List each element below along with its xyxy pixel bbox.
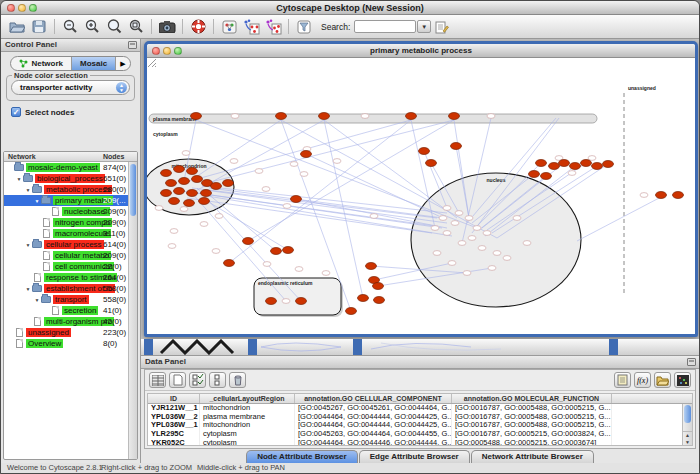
graph-node-small[interactable] [523,241,531,246]
zoom-out-icon[interactable] [59,17,81,37]
tree-row-response-to-stimulu[interactable]: response to stimulu264(0) [4,272,137,283]
new-attribute-icon[interactable] [169,372,186,388]
graph-node-small[interactable] [180,207,188,212]
graph-node-selected[interactable] [184,200,195,207]
tab-edge-attribute-browser[interactable]: Edge Attribute Browser [359,450,470,463]
graph-node-selected[interactable] [570,163,581,170]
graph-node-small[interactable] [468,236,476,241]
graph-node-selected[interactable] [266,298,277,305]
more-tabs-arrow-icon[interactable]: ▶ [116,57,129,70]
tree-row-transport[interactable]: ▼transport558(0) [4,294,137,305]
tab-network-attribute-browser[interactable]: Network Attribute Browser [471,450,594,463]
graph-node-small[interactable] [370,214,378,219]
graph-node-selected[interactable] [451,143,462,150]
table-row[interactable]: YJR121W__1mitochondrion[GO:0045267, GO:0… [148,404,692,413]
graph-node-selected[interactable] [603,161,614,168]
graph-node-selected[interactable] [529,171,540,178]
graph-node-small[interactable] [465,216,473,221]
graph-node-small[interactable] [333,159,341,164]
graph-node-selected[interactable] [169,198,180,205]
expand-arrow-icon[interactable]: ▼ [24,242,32,248]
graph-node-selected[interactable] [161,190,172,197]
node-color-dropdown[interactable]: transporter activity ▲▼ [11,80,130,95]
vizmapper-icon[interactable] [218,17,240,37]
search-input[interactable] [354,20,416,33]
tree-row-cellular-process[interactable]: ▼cellular process614(0) [4,239,137,250]
tree-row-cell-communicat[interactable]: cell communicat22(0) [4,261,137,272]
zoom-fit-icon[interactable] [125,17,147,37]
tree-row-primary-metabo[interactable]: ▼primary metabo209(... [4,195,137,206]
graph-node-selected[interactable] [374,297,385,304]
edit-attribute-icon[interactable] [614,372,631,388]
graph-node-small[interactable] [282,299,290,304]
graph-node-small[interactable] [431,226,439,231]
snapshot-icon[interactable] [156,17,178,37]
zoom-in-icon[interactable] [81,17,103,37]
tab-mosaic[interactable]: Mosaic [72,57,116,70]
graph-node-selected[interactable] [366,263,377,270]
graph-node-small[interactable] [283,204,291,209]
tree-row-biological-process[interactable]: ▼biological_process651(0) [4,173,137,184]
graph-node-small[interactable] [458,241,466,246]
graph-node-selected[interactable] [581,160,592,167]
column-header[interactable]: ID [148,394,200,403]
tree-row-mosaic-demo-yeast[interactable]: mosaic-demo-yeast874(0) [4,162,137,173]
graph-node-selected[interactable] [541,173,552,180]
graph-node-small[interactable] [487,114,495,119]
graph-node-small[interactable] [451,221,459,226]
graph-node-selected[interactable] [296,298,307,305]
graph-node-small[interactable] [488,266,496,271]
graph-node-selected[interactable] [549,163,560,170]
select-nodes-row[interactable]: ✓ Select nodes [11,107,140,117]
graph-node-small[interactable] [262,187,270,192]
tree-row-establishment-of-lo[interactable]: ▼establishment of lo558(0) [4,283,137,294]
unselect-attributes-icon[interactable] [209,372,226,388]
graph-node-selected[interactable] [174,188,185,195]
graph-node-small[interactable] [182,151,190,156]
column-header[interactable]: annotation.GO CELLULAR_COMPONENT [295,394,452,403]
force-layout-icon[interactable] [262,17,284,37]
float-panel-icon[interactable] [128,41,137,49]
table-row[interactable]: YKR052Ccytoplasm[GO:0044464, GO:0044446,… [148,439,692,446]
float-panel-icon[interactable] [687,358,696,366]
expand-arrow-icon[interactable]: ▼ [33,198,41,204]
graph-node-selected[interactable] [536,160,547,167]
tree-row-cellular-metabo[interactable]: cellular metabo209(0) [4,250,137,261]
graph-node-selected[interactable] [192,176,203,183]
graph-node-small[interactable] [361,114,369,119]
graph-node-small[interactable] [439,216,447,221]
graph-node-small[interactable] [478,246,486,251]
graph-node-small[interactable] [300,172,308,177]
attribute-matrix-icon[interactable] [674,372,691,388]
graph-node-selected[interactable] [656,192,667,199]
select-nodes-checkbox[interactable]: ✓ [11,107,21,117]
tree-row-macromolecule[interactable]: macromolecule311(0) [4,228,137,239]
table-scrollbar[interactable]: ▲▼ [682,404,692,445]
search-options-dropdown[interactable]: ▼ [417,20,431,33]
graph-node-selected[interactable] [223,180,234,187]
graph-node-selected[interactable] [673,192,684,199]
expand-arrow-icon[interactable]: ▼ [24,286,32,292]
region-nucleus[interactable] [411,173,581,307]
table-scroll-thumb[interactable] [684,405,691,423]
graph-node-small[interactable] [255,169,263,174]
graph-node-selected[interactable] [187,190,198,197]
expand-arrow-icon[interactable]: ▼ [24,187,32,193]
open-session-icon[interactable] [6,17,28,37]
tree-row-metabolic-process[interactable]: ▼metabolic process280(0) [4,184,137,195]
function-builder-icon[interactable]: f(x) [634,372,651,388]
graph-node-small[interactable] [230,159,238,164]
graph-node-small[interactable] [231,114,239,119]
annotation-icon[interactable] [431,17,453,37]
graph-node-selected[interactable] [161,170,172,177]
graph-node-selected[interactable] [358,295,369,302]
graph-node-selected[interactable] [406,113,417,120]
graph-node-small[interactable] [493,251,501,256]
filter-icon[interactable] [293,17,315,37]
graph-node-selected[interactable] [426,160,437,167]
graph-node-small[interactable] [443,231,451,236]
graph-node-selected[interactable] [276,113,287,120]
tree-row-nitrogen-compo[interactable]: nitrogen compo209(0) [4,217,137,228]
graph-node-small[interactable] [640,193,648,198]
expand-arrow-icon[interactable]: ▼ [33,297,41,303]
